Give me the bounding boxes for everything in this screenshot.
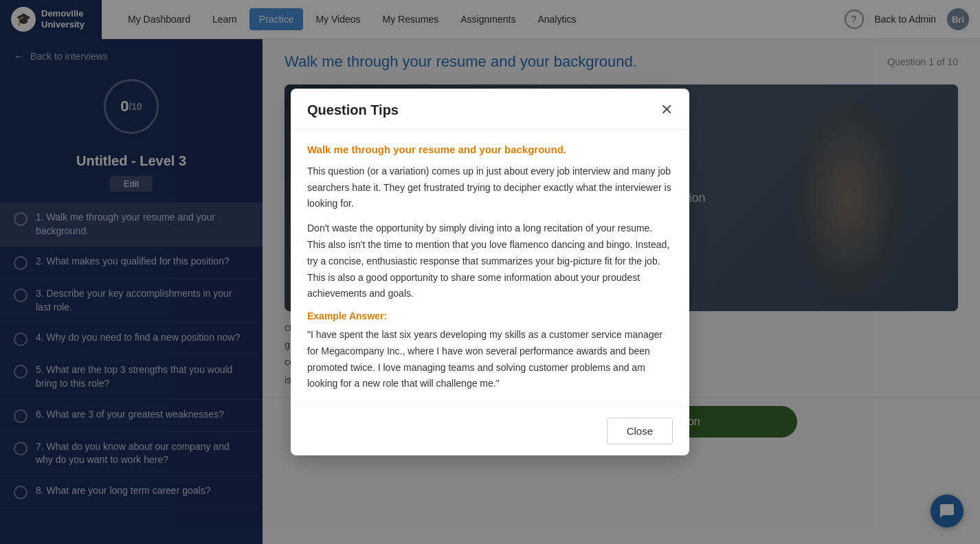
example-answer-label: Example Answer: [307, 310, 673, 321]
question-tips-modal: Question Tips ✕ Walk me through your res… [291, 89, 689, 456]
modal-close-button[interactable]: ✕ [660, 102, 673, 117]
modal-question-title: Walk me through your resume and your bac… [307, 144, 673, 155]
modal-body-text-2: Don't waste the opportunity by simply di… [307, 220, 673, 302]
modal-close-footer-button[interactable]: Close [607, 418, 673, 444]
modal-header: Question Tips ✕ [291, 89, 689, 130]
modal-body: Walk me through your resume and your bac… [291, 130, 689, 407]
example-answer-text: "I have spent the last six years develop… [307, 327, 673, 392]
modal-title: Question Tips [307, 102, 399, 118]
modal-footer: Close [291, 406, 689, 455]
modal-overlay[interactable]: Question Tips ✕ Walk me through your res… [0, 0, 980, 544]
modal-body-text-1: This question (or a variation) comes up … [307, 163, 673, 212]
